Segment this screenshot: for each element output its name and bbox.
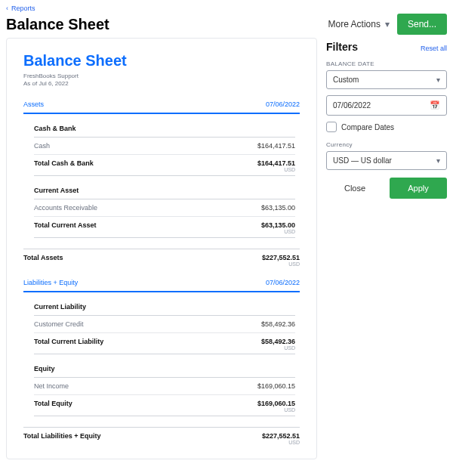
total-label: Total Assets: [23, 254, 63, 267]
total-label: Total Liabilities + Equity: [23, 432, 101, 445]
more-actions-label: More Actions: [328, 19, 381, 29]
compare-dates-checkbox[interactable]: [326, 122, 337, 132]
assets-header: Assets 07/06/2022: [23, 100, 300, 114]
liabilities-label: Liabilities + Equity: [23, 279, 78, 286]
table-row: Cash $164,417.51: [34, 138, 295, 155]
cash-bank-section: Cash & Bank Cash $164,417.51 Total Cash …: [23, 125, 300, 176]
currency-tag: USD: [262, 440, 300, 445]
cash-bank-title: Cash & Bank: [34, 125, 295, 138]
date-input[interactable]: 07/06/2022 📅: [326, 95, 447, 116]
apply-button[interactable]: Apply: [390, 178, 447, 199]
currency-tag: USD: [261, 345, 295, 351]
total-amount: $227,552.51: [262, 432, 300, 440]
row-label: Customer Credit: [34, 320, 84, 328]
calendar-icon: 📅: [430, 100, 440, 110]
filters-title: Filters: [326, 41, 358, 53]
filters-panel: Filters Reset all BALANCE DATE Custom ▾ …: [326, 38, 447, 459]
total-label: Total Cash & Bank: [34, 159, 94, 172]
row-amount: $164,417.51: [257, 142, 295, 150]
date-range-select[interactable]: Custom ▾: [326, 70, 447, 89]
currency-select[interactable]: USD — US dollar ▾: [326, 151, 447, 170]
total-amount: $63,135.00: [261, 221, 295, 229]
row-label: Net Income: [34, 382, 69, 390]
assets-date: 07/06/2022: [266, 100, 300, 108]
total-amount: $169,060.15: [257, 400, 295, 407]
currency-tag: USD: [261, 229, 295, 234]
total-liabilities-equity: Total Liabilities + Equity $227,552.51 U…: [23, 427, 300, 445]
cash-bank-total: Total Cash & Bank $164,417.51 USD: [34, 155, 295, 176]
date-value: 07/06/2022: [333, 101, 371, 110]
report-title: Balance Sheet: [23, 52, 300, 70]
table-row: Customer Credit $58,492.36: [34, 316, 295, 333]
currency-tag: USD: [257, 167, 295, 172]
total-amount: $227,552.51: [262, 254, 300, 261]
row-amount: $169,060.15: [257, 382, 295, 390]
breadcrumb-reports[interactable]: ‹ Reports: [6, 5, 447, 12]
compare-dates-label: Compare Dates: [341, 123, 394, 131]
chevron-down-icon: ▾: [436, 76, 440, 84]
liabilities-header: Liabilities + Equity 07/06/2022: [23, 279, 300, 292]
chevron-left-icon: ‹: [6, 5, 8, 12]
current-asset-title: Current Asset: [34, 187, 295, 199]
current-asset-total: Total Current Asset $63,135.00 USD: [34, 217, 295, 238]
row-amount: $63,135.00: [261, 204, 295, 212]
chevron-down-icon: ▾: [385, 19, 390, 29]
reset-all-link[interactable]: Reset all: [421, 45, 447, 52]
total-assets: Total Assets $227,552.51 USD: [23, 249, 300, 267]
total-label: Total Current Liability: [34, 338, 103, 351]
current-liability-section: Current Liability Customer Credit $58,49…: [23, 303, 300, 354]
report-org: FreshBooks Support: [23, 73, 300, 80]
balance-date-label: BALANCE DATE: [326, 60, 447, 67]
current-liability-total: Total Current Liability $58,492.36 USD: [34, 333, 295, 354]
currency-tag: USD: [262, 261, 300, 267]
liabilities-date: 07/06/2022: [266, 279, 300, 286]
close-button[interactable]: Close: [326, 178, 384, 199]
currency-tag: USD: [257, 407, 295, 413]
total-label: Total Equity: [34, 400, 72, 413]
report-asof: As of Jul 6, 2022: [23, 80, 300, 88]
row-label: Accounts Receivable: [34, 204, 97, 212]
report-card: Balance Sheet FreshBooks Support As of J…: [6, 38, 317, 459]
date-range-value: Custom: [333, 76, 359, 84]
assets-label: Assets: [23, 100, 44, 108]
page-title: Balance Sheet: [6, 16, 109, 33]
send-button[interactable]: Send...: [397, 14, 447, 35]
current-liability-title: Current Liability: [34, 303, 295, 316]
table-row: Net Income $169,060.15: [34, 378, 295, 395]
row-label: Cash: [34, 142, 50, 150]
equity-title: Equity: [34, 365, 295, 378]
currency-value: USD — US dollar: [333, 156, 392, 165]
breadcrumb-label: Reports: [11, 5, 35, 12]
equity-section: Equity Net Income $169,060.15 Total Equi…: [23, 365, 300, 416]
row-amount: $58,492.36: [261, 320, 295, 328]
more-actions-dropdown[interactable]: More Actions ▾: [328, 19, 390, 29]
chevron-down-icon: ▾: [436, 156, 440, 165]
current-asset-section: Current Asset Accounts Receivable $63,13…: [23, 187, 300, 238]
currency-label: Currency: [326, 141, 447, 148]
total-amount: $164,417.51: [257, 159, 295, 167]
table-row: Accounts Receivable $63,135.00: [34, 199, 295, 217]
total-amount: $58,492.36: [261, 338, 295, 345]
total-label: Total Current Asset: [34, 221, 97, 234]
equity-total: Total Equity $169,060.15 USD: [34, 395, 295, 416]
